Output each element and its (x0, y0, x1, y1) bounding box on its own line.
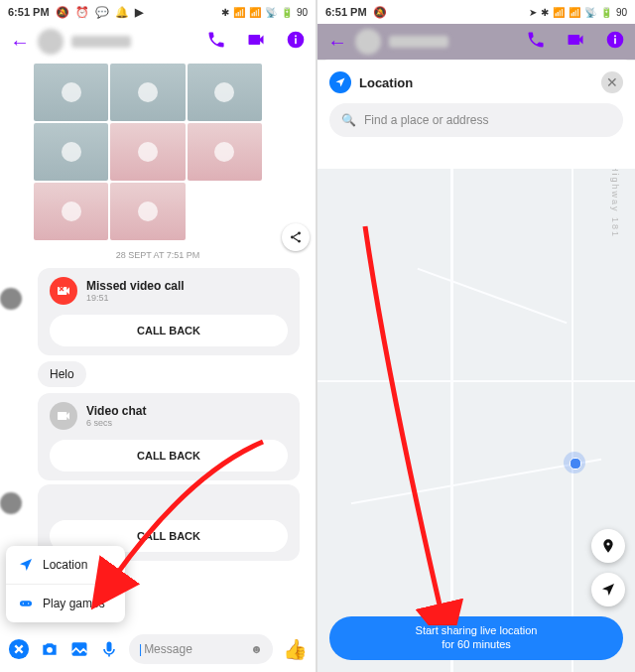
media-thumb[interactable] (110, 123, 185, 181)
chat-header: ← (0, 24, 316, 61)
back-button[interactable]: ← (10, 31, 30, 54)
media-thumb[interactable] (110, 183, 185, 240)
menu-item-location[interactable]: Location (6, 546, 125, 584)
map-view[interactable]: Highway 181 Start sharing live location … (318, 169, 635, 672)
video-chat-bubble: Video chat 6 secs CALL BACK (38, 393, 300, 480)
svg-rect-6 (20, 601, 32, 605)
signal-icon: 📶 (233, 7, 245, 18)
info-button[interactable] (286, 30, 306, 54)
timestamp-label: 28 SEPT AT 7:51 PM (8, 250, 308, 260)
svg-point-15 (614, 35, 616, 37)
svg-point-10 (47, 647, 53, 653)
location-indicator-icon: ➤ (529, 7, 537, 18)
location-arrow-icon (18, 557, 34, 573)
back-button[interactable]: ← (327, 31, 347, 54)
battery-icon: 🔋 (600, 7, 612, 18)
status-time: 6:51 PM (8, 6, 50, 18)
close-button[interactable]: ✕ (601, 71, 623, 93)
media-thumb[interactable] (34, 183, 108, 240)
location-title: Location (359, 75, 593, 90)
current-location-marker (564, 452, 585, 473)
signal-icon: 📶 (553, 7, 565, 18)
like-button[interactable]: 👍 (283, 637, 308, 661)
media-thumb[interactable] (34, 123, 108, 181)
menu-label: Play games (43, 597, 105, 610)
callback-button[interactable]: CALL BACK (50, 440, 288, 471)
wifi-icon: 📡 (265, 7, 277, 18)
media-thumb[interactable] (34, 64, 108, 121)
dnd-icon: 🔕 (56, 6, 69, 19)
video-chat-duration: 6 secs (86, 418, 146, 428)
missed-call-title: Missed video call (86, 279, 185, 293)
callback-button[interactable]: CALL BACK (50, 315, 288, 346)
media-thumb[interactable] (188, 64, 262, 121)
search-placeholder: Find a place or address (364, 113, 488, 127)
menu-label: Location (43, 558, 87, 572)
missed-call-bubble: Missed video call 19:51 CALL BACK (38, 268, 300, 355)
close-attachments-button[interactable] (8, 638, 30, 660)
media-thumb[interactable] (188, 123, 262, 181)
video-call-button[interactable] (566, 30, 585, 54)
search-icon: 🔍 (341, 113, 356, 127)
location-badge-icon (329, 71, 351, 93)
gamepad-icon (18, 596, 34, 611)
menu-item-games[interactable]: Play games (6, 584, 125, 622)
status-bar: 6:51 PM 🔕 ➤ ✱ 📶 📶 📡 🔋 90 (318, 0, 635, 24)
text-message: Helo (38, 361, 86, 387)
dnd-icon: 🔕 (373, 6, 387, 19)
status-time: 6:51 PM (325, 6, 367, 18)
contact-avatar[interactable] (38, 29, 64, 55)
contact-name[interactable] (389, 36, 448, 48)
svg-rect-1 (295, 38, 297, 44)
svg-point-7 (23, 603, 24, 604)
chat-notif-icon: 💬 (95, 6, 109, 19)
road-label: Highway 181 (610, 169, 620, 238)
contact-avatar[interactable] (355, 29, 381, 55)
attachment-menu: Location Play games (6, 546, 125, 622)
emoji-button[interactable]: ☻ (250, 642, 263, 656)
wifi-icon: 📡 (584, 7, 596, 18)
missed-call-time: 19:51 (86, 293, 185, 303)
share-button[interactable] (282, 223, 310, 251)
svg-point-16 (606, 542, 609, 545)
pin-location-button[interactable] (591, 529, 625, 563)
status-bar: 6:51 PM 🔕 ⏰ 💬 🔔 ▶ ✱ 📶 📶 📡 🔋 90 (0, 0, 316, 24)
media-thumb[interactable] (110, 64, 185, 121)
bluetooth-icon: ✱ (541, 7, 549, 18)
alarm-icon: ⏰ (75, 6, 89, 19)
youtube-icon: ▶ (135, 6, 143, 19)
bluetooth-icon: ✱ (221, 7, 229, 18)
location-sheet: Location ✕ 🔍 Find a place or address Hig… (318, 60, 635, 672)
signal2-icon: 📶 (569, 7, 580, 18)
message-input[interactable]: Message☻ (129, 634, 273, 664)
mic-button[interactable] (99, 639, 119, 659)
recenter-button[interactable] (591, 573, 625, 606)
battery-pct: 90 (616, 7, 627, 18)
share-live-location-button[interactable]: Start sharing live location for 60 minut… (329, 616, 623, 660)
gallery-button[interactable] (69, 639, 89, 659)
notif-icon: 🔔 (115, 6, 129, 19)
video-chat-icon (50, 402, 77, 430)
info-button[interactable] (605, 30, 625, 54)
battery-pct: 90 (297, 7, 308, 18)
camera-button[interactable] (40, 639, 60, 659)
video-call-button[interactable] (246, 30, 266, 54)
message-composer: Message☻ 👍 (0, 626, 316, 672)
video-chat-title: Video chat (86, 404, 146, 418)
signal2-icon: 📶 (249, 7, 261, 18)
share-line2: for 60 minutes (442, 638, 511, 652)
chat-header: ← (318, 24, 635, 61)
share-line1: Start sharing live location (416, 624, 538, 638)
sender-avatar (0, 492, 22, 514)
voice-call-button[interactable] (526, 30, 546, 54)
battery-icon: 🔋 (281, 7, 293, 18)
contact-name[interactable] (71, 36, 131, 48)
location-search-input[interactable]: 🔍 Find a place or address (329, 103, 623, 137)
svg-point-2 (295, 35, 297, 37)
svg-rect-12 (107, 642, 112, 652)
missed-call-icon (50, 277, 77, 305)
chat-body: 28 SEPT AT 7:51 PM Missed video call 19:… (0, 60, 316, 626)
media-grid[interactable] (34, 64, 262, 240)
voice-call-button[interactable] (206, 30, 226, 54)
sender-avatar (0, 288, 22, 310)
